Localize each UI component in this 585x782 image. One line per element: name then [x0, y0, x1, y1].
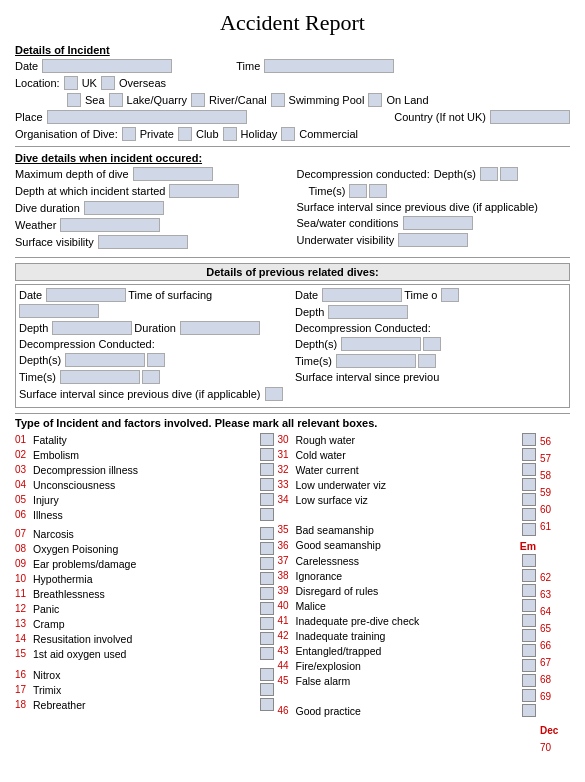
- country-input[interactable]: [490, 110, 570, 124]
- incident-checkbox[interactable]: [522, 704, 536, 717]
- details-section-title: Details of Incident: [15, 44, 570, 56]
- incident-item-right: 41Inadequate pre-dive check: [278, 614, 537, 627]
- prev2-depths-input2[interactable]: [423, 337, 441, 351]
- right-number: 56: [540, 433, 570, 450]
- land-checkbox[interactable]: [368, 93, 382, 107]
- incident-checkbox[interactable]: [522, 674, 536, 687]
- incident-label: Good practice: [296, 705, 521, 717]
- max-depth-input[interactable]: [133, 167, 213, 181]
- place-input[interactable]: [47, 110, 247, 124]
- incident-checkbox[interactable]: [260, 572, 274, 585]
- prev-depths-label: Depth(s): [19, 354, 61, 366]
- incident-label: Carelessness: [296, 555, 521, 567]
- incident-checkbox[interactable]: [522, 584, 536, 597]
- depth-r-input2[interactable]: [500, 167, 518, 181]
- incident-checkbox[interactable]: [522, 629, 536, 642]
- holiday-checkbox[interactable]: [223, 127, 237, 141]
- time-r-input2[interactable]: [369, 184, 387, 198]
- prev-duration-input[interactable]: [180, 321, 260, 335]
- underwater-vis-input[interactable]: [398, 233, 468, 247]
- incident-checkbox[interactable]: [522, 448, 536, 461]
- incident-checkbox[interactable]: [522, 689, 536, 702]
- prev-depth-input[interactable]: [52, 321, 132, 335]
- place-label: Place: [15, 111, 43, 123]
- incident-checkbox[interactable]: [522, 463, 536, 476]
- prev-depths-input2[interactable]: [147, 353, 165, 367]
- date-input[interactable]: [42, 59, 172, 73]
- incident-checkbox[interactable]: [522, 554, 536, 567]
- incident-checkbox[interactable]: [260, 698, 274, 711]
- incident-number: 36: [278, 540, 296, 551]
- club-checkbox[interactable]: [178, 127, 192, 141]
- river-checkbox[interactable]: [191, 93, 205, 107]
- prev-depths-input[interactable]: [65, 353, 145, 367]
- pool-checkbox[interactable]: [271, 93, 285, 107]
- incident-checkbox[interactable]: [522, 614, 536, 627]
- prev2-times-input[interactable]: [336, 354, 416, 368]
- club-label: Club: [196, 128, 219, 140]
- incident-item: 18Rebreather: [15, 698, 274, 711]
- incident-checkbox[interactable]: [522, 433, 536, 446]
- overseas-checkbox[interactable]: [101, 76, 115, 90]
- prev-times-input2[interactable]: [142, 370, 160, 384]
- prev-surface-int-label: Surface interval since previous dive (if…: [19, 388, 261, 400]
- time-r-input1[interactable]: [349, 184, 367, 198]
- prev-times-input[interactable]: [60, 370, 140, 384]
- prev-surfacing-input[interactable]: [19, 304, 99, 318]
- incident-checkbox[interactable]: [260, 668, 274, 681]
- em-label: Em: [520, 540, 536, 552]
- sea-water-input[interactable]: [403, 216, 473, 230]
- incident-checkbox[interactable]: [260, 433, 274, 446]
- incident-checkbox[interactable]: [522, 523, 536, 536]
- private-checkbox[interactable]: [122, 127, 136, 141]
- prev2-depths-input[interactable]: [341, 337, 421, 351]
- incident-checkbox[interactable]: [260, 448, 274, 461]
- sea-row: Sea Lake/Quarry River/Canal Swimming Poo…: [15, 93, 570, 107]
- depth-r-input1[interactable]: [480, 167, 498, 181]
- incident-checkbox[interactable]: [260, 527, 274, 540]
- incident-checkbox[interactable]: [260, 557, 274, 570]
- prev2-times-input2[interactable]: [418, 354, 436, 368]
- depths-r-label: Depth(s): [434, 168, 476, 180]
- incident-number: 11: [15, 588, 33, 599]
- prev2-depth-input[interactable]: [328, 305, 408, 319]
- time-input[interactable]: [264, 59, 394, 73]
- incident-checkbox[interactable]: [522, 508, 536, 521]
- uk-checkbox[interactable]: [64, 76, 78, 90]
- incident-item: 17Trimix: [15, 683, 274, 696]
- prev-date-input[interactable]: [46, 288, 126, 302]
- incident-checkbox[interactable]: [260, 632, 274, 645]
- incident-checkbox[interactable]: [260, 493, 274, 506]
- incident-item-right: 34Low surface viz: [278, 493, 537, 506]
- incident-checkbox[interactable]: [260, 508, 274, 521]
- lake-checkbox[interactable]: [109, 93, 123, 107]
- prev-depth-label: Depth: [19, 322, 48, 334]
- dive-duration-input[interactable]: [84, 201, 164, 215]
- depth-incident-input[interactable]: [169, 184, 239, 198]
- incident-checkbox[interactable]: [260, 683, 274, 696]
- incident-checkbox[interactable]: [260, 602, 274, 615]
- incident-checkbox[interactable]: [260, 463, 274, 476]
- incident-checkbox[interactable]: [522, 599, 536, 612]
- prev-surface-int-input[interactable]: [265, 387, 283, 401]
- incident-checkbox[interactable]: [522, 659, 536, 672]
- surface-vis-input[interactable]: [98, 235, 188, 249]
- weather-input[interactable]: [60, 218, 160, 232]
- dive-right-col: Decompression conducted: Depth(s) Time(s…: [297, 167, 571, 252]
- incident-checkbox[interactable]: [522, 493, 536, 506]
- pool-label: Swimming Pool: [289, 94, 365, 106]
- incident-label: Embolism: [33, 449, 258, 461]
- prev2-date-input[interactable]: [322, 288, 402, 302]
- incident-checkbox[interactable]: [260, 587, 274, 600]
- prev2-time-input[interactable]: [441, 288, 459, 302]
- incident-checkbox[interactable]: [260, 617, 274, 630]
- incident-checkbox[interactable]: [260, 647, 274, 660]
- incident-checkbox[interactable]: [522, 569, 536, 582]
- incident-checkbox[interactable]: [522, 644, 536, 657]
- sea-checkbox[interactable]: [67, 93, 81, 107]
- incident-checkbox[interactable]: [260, 478, 274, 491]
- commercial-checkbox[interactable]: [281, 127, 295, 141]
- incident-checkbox[interactable]: [522, 478, 536, 491]
- incident-label: Rebreather: [33, 699, 258, 711]
- incident-checkbox[interactable]: [260, 542, 274, 555]
